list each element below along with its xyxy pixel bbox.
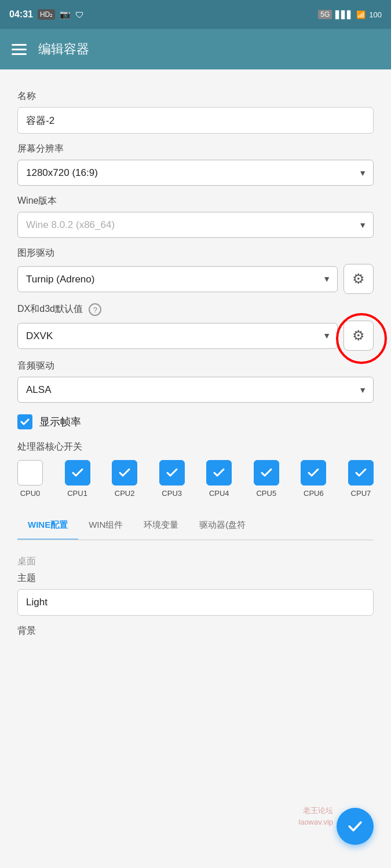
confirm-fab[interactable] [337, 808, 374, 845]
checkmark-icon [20, 417, 30, 426]
cpu6-label: CPU6 [304, 489, 324, 498]
cpu-item-2: CPU2 [112, 460, 137, 498]
cpu4-checkmark-icon [212, 466, 226, 480]
audio-driver-select[interactable]: ALSA PulseAudio OSS [17, 377, 374, 403]
watermark: 老王论坛 laowav.vip [298, 805, 333, 827]
tab-wine-config[interactable]: WINE配置 [17, 512, 78, 540]
desktop-header: 桌面 [17, 556, 374, 568]
graphics-driver-select-wrapper: Turnip (Adreno) VirGL Software ▼ [17, 266, 338, 292]
watermark-line1: 老王论坛 [298, 805, 333, 816]
wine-config-section: 桌面 主题 背景 [17, 540, 374, 637]
camera-icon: 📷 [60, 9, 71, 20]
cpu3-label: CPU3 [162, 489, 182, 498]
cpu0-label: CPU0 [20, 489, 41, 498]
tabs: WINE配置 WIN组件 环境变量 驱动器(盘符 [17, 512, 374, 540]
cpu7-checkbox[interactable] [348, 460, 374, 486]
cpu7-label: CPU7 [351, 489, 371, 498]
shield-icon: 🛡 [75, 10, 84, 20]
tab-win-components[interactable]: WIN组件 [78, 512, 133, 540]
graphics-driver-label: 图形驱动 [17, 247, 374, 259]
background-label: 背景 [17, 625, 374, 637]
cpu6-checkbox[interactable] [301, 460, 326, 486]
dx-gear-icon: ⚙ [352, 328, 365, 344]
graphics-driver-settings-button[interactable]: ⚙ [344, 264, 374, 294]
cpu4-label: CPU4 [209, 489, 229, 498]
graphics-driver-select[interactable]: Turnip (Adreno) VirGL Software [17, 266, 338, 292]
cpu5-label: CPU5 [256, 489, 276, 498]
main-content: 名称 屏幕分辨率 1280x720 (16:9) 1920x1080 (16:9… [0, 69, 391, 653]
tab-drives[interactable]: 驱动器(盘符 [189, 512, 256, 540]
cpu5-checkbox[interactable] [254, 460, 279, 486]
cpu3-checkbox[interactable] [159, 460, 185, 486]
dx-label: DX和d3d默认值 ? [17, 303, 374, 316]
signal1-icon: 5G [318, 10, 332, 19]
dx-select-wrapper: DXVK D8VK WineD3D ▼ [17, 323, 338, 349]
cpu-item-3: CPU3 [159, 460, 185, 498]
cpu-item-6: CPU6 [301, 460, 326, 498]
cpu7-checkmark-icon [354, 466, 368, 480]
dx-row: DXVK D8VK WineD3D ▼ ⚙ [17, 321, 374, 351]
gear-icon: ⚙ [352, 271, 365, 287]
theme-label: 主题 [17, 572, 374, 584]
status-bar: 04:31 HD₂ 📷 🛡 5G ▋▋▋ 📶 100 [0, 0, 391, 29]
cpu1-label: CPU1 [67, 489, 87, 498]
cpu5-checkmark-icon [260, 466, 273, 480]
cpu-section-label: 处理器核心开关 [17, 441, 374, 453]
audio-driver-label: 音频驱动 [17, 360, 374, 372]
name-input[interactable] [17, 107, 374, 134]
name-label: 名称 [17, 90, 374, 102]
page-title: 编辑容器 [38, 41, 89, 58]
watermark-line2: laowav.vip [298, 816, 333, 828]
resolution-select-wrapper: 1280x720 (16:9) 1920x1080 (16:9) 2560x14… [17, 160, 374, 186]
cpu2-checkbox[interactable] [112, 460, 137, 486]
cpu1-checkbox[interactable] [65, 460, 90, 486]
cpu2-label: CPU2 [115, 489, 135, 498]
confirm-icon [346, 818, 364, 835]
status-left: 04:31 HD₂ 📷 🛡 [9, 9, 84, 20]
cpu0-checkbox[interactable] [17, 460, 43, 486]
cpu-item-0: CPU0 [17, 460, 43, 498]
hd-icon: HD₂ [38, 9, 55, 20]
show-fps-row: 显示帧率 [17, 414, 374, 429]
theme-input[interactable] [17, 589, 374, 616]
cpu3-checkmark-icon [165, 466, 179, 480]
dx-select[interactable]: DXVK D8VK WineD3D [17, 323, 338, 349]
cpu1-checkmark-icon [71, 466, 85, 480]
cpu-item-5: CPU5 [254, 460, 279, 498]
resolution-label: 屏幕分辨率 [17, 143, 374, 155]
cpu4-checkbox[interactable] [206, 460, 232, 486]
cpu2-checkmark-icon [118, 466, 131, 480]
cpu-item-7: CPU7 [348, 460, 374, 498]
battery-icon: 100 [369, 10, 382, 19]
wifi-icon: 📶 [356, 10, 366, 19]
show-fps-checkbox[interactable] [17, 414, 32, 429]
resolution-select[interactable]: 1280x720 (16:9) 1920x1080 (16:9) 2560x14… [17, 160, 374, 186]
show-fps-label: 显示帧率 [39, 415, 81, 429]
cpu6-checkmark-icon [306, 466, 320, 480]
wine-version-label: Wine版本 [17, 195, 374, 207]
cpu-item-4: CPU4 [206, 460, 232, 498]
audio-driver-select-wrapper: ALSA PulseAudio OSS ▼ [17, 377, 374, 403]
dx-settings-button[interactable]: ⚙ [344, 321, 374, 351]
app-bar: 编辑容器 [0, 29, 391, 69]
status-right: 5G ▋▋▋ 📶 100 [318, 10, 382, 19]
cpu-item-1: CPU1 [65, 460, 90, 498]
tab-env-vars[interactable]: 环境变量 [133, 512, 189, 540]
signal2-icon: ▋▋▋ [335, 10, 353, 19]
graphics-driver-row: Turnip (Adreno) VirGL Software ▼ ⚙ [17, 264, 374, 294]
dx-help-icon[interactable]: ? [89, 303, 101, 316]
wine-version-select[interactable]: Wine 8.0.2 (x86_64) [17, 212, 374, 238]
wine-version-select-wrapper: Wine 8.0.2 (x86_64) ▼ [17, 212, 374, 238]
status-time: 04:31 [9, 9, 33, 20]
cpu-grid: CPU0 CPU1 CPU2 [17, 460, 374, 498]
menu-icon[interactable] [12, 44, 27, 55]
